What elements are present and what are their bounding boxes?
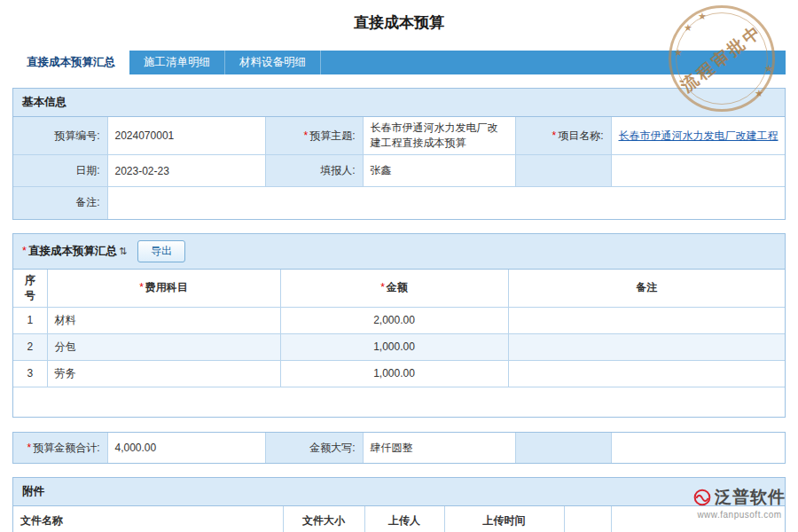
required-icon: * [27,442,31,454]
budget-no-value: 2024070001 [107,117,265,155]
required-icon: * [552,129,556,142]
attachments-title: 附件 [13,478,785,506]
cost-summary-table: 序号 *费用科目 *金额 备注 1 材料 2,000.00 2 分包 1,000… [13,270,785,418]
col-no: 序号 [13,270,47,308]
amount-words-value: 肆仟圆整 [363,433,515,463]
col-file-size: 文件大小 [283,506,364,532]
remark-value [107,187,785,219]
table-row: 1 材料 2,000.00 [13,307,785,333]
table-row: 3 劳务 1,000.00 [13,360,785,387]
project-name-value: 长春市伊通河水力发电厂改建工程 [611,117,785,155]
tab-budget-summary[interactable]: 直接成本预算汇总 [12,51,129,74]
export-button[interactable]: 导出 [137,240,185,262]
row-subject: 材料 [47,307,280,333]
tab-bar: 直接成本预算汇总 施工清单明细 材料设备明细 [12,51,786,74]
cost-summary-header-row: 序号 *费用科目 *金额 备注 [13,270,785,308]
budget-no-label: 预算编号: [13,117,107,155]
required-icon: * [22,245,27,257]
project-name-label: *项目名称: [515,117,611,155]
empty-label-cell [515,155,611,187]
col-uploader: 上传人 [364,506,444,532]
row-amount: 1,000.00 [280,360,508,387]
row-amount: 1,000.00 [280,333,508,360]
row-no: 1 [13,307,47,333]
col-upload-time: 上传时间 [444,506,564,532]
attachments-header-row: 文件名称 文件大小 上传人 上传时间 [13,506,785,532]
basic-info-row: 日期: 2023-02-23 填报人: 张鑫 [13,155,785,187]
basic-info-row: 备注: [13,187,785,219]
subject-label: *预算主题: [265,117,363,155]
required-icon: * [139,281,144,293]
vendor-name: 泛普软件 [715,486,786,509]
cost-summary-section: *直接成本预算汇总⇅ 导出 序号 *费用科目 *金额 备注 1 材料 2,000… [12,233,786,419]
row-remark [508,360,785,387]
vendor-logo-icon [693,489,711,506]
row-no: 2 [13,333,47,360]
sort-icon[interactable]: ⇅ [119,246,127,256]
attachments-section: 附件 文件名称 文件大小 上传人 上传时间 [12,477,786,532]
total-amount-label: *预算金额合计: [13,433,107,463]
amount-words-label: 金额大写: [265,433,363,463]
col-subject: *费用科目 [47,270,280,308]
empty-header-cell [564,506,611,532]
empty-cell [13,387,785,417]
empty-label-cell [515,433,611,463]
page-title: 直接成本预算 [0,12,798,33]
attachments-table: 文件名称 文件大小 上传人 上传时间 [13,506,785,532]
basic-info-table: 预算编号: 2024070001 *预算主题: 长春市伊通河水力发电厂改建工程直… [13,117,785,219]
basic-info-title: 基本信息 [13,89,785,117]
date-value: 2023-02-23 [107,155,265,187]
cost-summary-title: *直接成本预算汇总⇅ [22,244,127,259]
table-row: 2 分包 1,000.00 [13,333,785,360]
vendor-website: www.fanpusoft.com [693,510,786,520]
project-link[interactable]: 长春市伊通河水力发电厂改建工程 [619,129,778,142]
row-subject: 分包 [47,333,280,360]
subject-value: 长春市伊通河水力发电厂改建工程直接成本预算 [363,117,515,155]
reporter-value: 张鑫 [363,155,515,187]
row-remark [508,307,785,333]
reporter-label: 填报人: [265,155,363,187]
basic-info-row: 预算编号: 2024070001 *预算主题: 长春市伊通河水力发电厂改建工程直… [13,117,785,155]
tab-construction-list-detail[interactable]: 施工清单明细 [129,51,225,74]
totals-table: *预算金额合计: 4,000.00 金额大写: 肆仟圆整 [13,433,785,463]
required-icon: * [303,129,308,142]
empty-table-row [13,387,785,417]
date-label: 日期: [13,155,107,187]
remark-label: 备注: [13,187,107,219]
col-amount: *金额 [280,270,508,308]
col-remark: 备注 [508,270,785,308]
basic-info-section: 基本信息 预算编号: 2024070001 *预算主题: 长春市伊通河水力发电厂… [12,88,786,220]
totals-section: *预算金额合计: 4,000.00 金额大写: 肆仟圆整 [12,432,786,464]
total-amount-value: 4,000.00 [107,433,265,463]
vendor-logo: 泛普软件 www.fanpusoft.com [693,486,786,520]
empty-value-cell [611,433,785,463]
row-no: 3 [13,360,47,387]
row-remark [508,333,785,360]
row-subject: 劳务 [47,360,280,387]
tab-material-equipment-detail[interactable]: 材料设备明细 [225,51,321,74]
totals-row: *预算金额合计: 4,000.00 金额大写: 肆仟圆整 [13,433,785,463]
col-file-name: 文件名称 [13,506,283,532]
empty-value-cell [611,155,785,187]
required-icon: * [380,281,385,293]
cost-summary-header: *直接成本预算汇总⇅ 导出 [13,234,785,270]
row-amount: 2,000.00 [280,307,508,333]
